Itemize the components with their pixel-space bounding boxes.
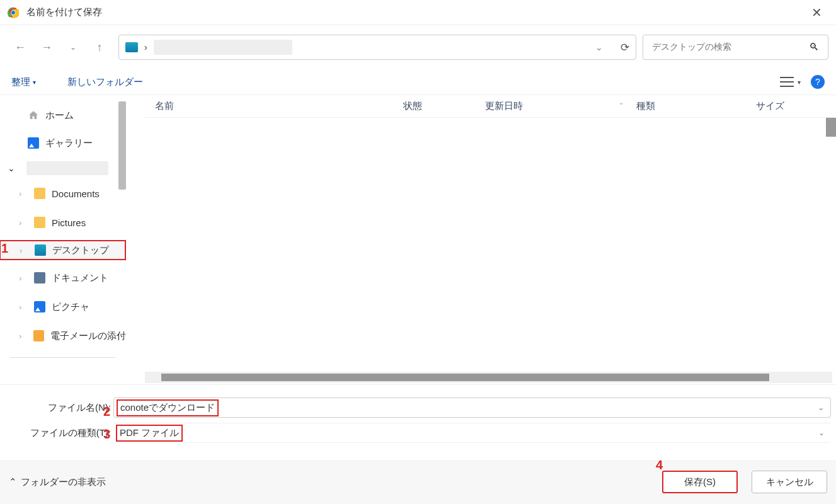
- form-area: ファイル名(N): conoteでダウンロード ⌄ ファイルの種類(T): PD…: [0, 385, 836, 443]
- dropdown-caret-icon[interactable]: ⌄: [818, 428, 825, 437]
- title-bar: 名前を付けて保存 ✕: [0, 0, 836, 25]
- sidebar-gallery[interactable]: ギャラリー: [0, 133, 126, 153]
- sidebar-item-pictures[interactable]: › Pictures: [0, 212, 126, 232]
- sidebar-item-email-attachments[interactable]: › 電子メールの添付: [0, 326, 126, 346]
- list-view-icon: [780, 75, 794, 89]
- organize-label: 整理: [11, 76, 30, 88]
- refresh-icon[interactable]: ⟳: [621, 41, 629, 54]
- header-status[interactable]: 状態: [403, 100, 485, 112]
- save-button[interactable]: 保存(S): [662, 471, 738, 493]
- home-icon: [28, 110, 39, 121]
- column-headers: 名前 状態 更新日時 ⌄ 種類 サイズ: [145, 95, 836, 118]
- sidebar-label: ホーム: [45, 110, 74, 122]
- search-placeholder: デスクトップの検索: [652, 42, 731, 53]
- help-button[interactable]: ?: [811, 75, 825, 89]
- gallery-icon: [28, 137, 39, 149]
- sidebar-item-desktop[interactable]: › デスクトップ: [0, 240, 126, 260]
- sidebar-label: ドキュメント: [52, 272, 108, 284]
- forward-button[interactable]: →: [34, 35, 59, 60]
- file-pane: 名前 状態 更新日時 ⌄ 種類 サイズ: [126, 95, 836, 384]
- chevron-down-icon[interactable]: ⌄: [595, 42, 603, 52]
- sidebar-label: ギャラリー: [45, 137, 93, 149]
- sidebar-item-blurred: [26, 161, 108, 175]
- header-size[interactable]: サイズ: [756, 100, 797, 112]
- sidebar-scrollbar[interactable]: [118, 101, 126, 190]
- folder-icon: [34, 217, 45, 228]
- hide-folders-toggle[interactable]: ⌃ フォルダーの非表示: [9, 476, 106, 488]
- dropdown-caret-icon[interactable]: ⌄: [818, 403, 824, 412]
- caret-down-icon: ▾: [33, 79, 36, 86]
- annotation-marker-4: 4: [656, 458, 663, 472]
- sidebar: ホーム ギャラリー ⌄ › Documents › Pictures › デスク…: [0, 95, 126, 384]
- svg-point-2: [11, 11, 15, 14]
- cancel-button[interactable]: キャンセル: [752, 471, 827, 493]
- document-icon: [34, 272, 45, 284]
- sidebar-label: Pictures: [52, 217, 86, 228]
- filename-row: ファイル名(N): conoteでダウンロード ⌄: [5, 398, 831, 418]
- filename-input[interactable]: conoteでダウンロード ⌄: [113, 398, 831, 418]
- filename-label: ファイル名(N):: [5, 402, 113, 414]
- sidebar-label: デスクトップ: [52, 244, 109, 256]
- filetype-row: ファイルの種類(T): PDF ファイル ⌄: [5, 423, 831, 443]
- filetype-select[interactable]: PDF ファイル ⌄: [113, 423, 831, 443]
- filename-highlight: conoteでダウンロード: [117, 399, 219, 416]
- hide-folders-label: フォルダーの非表示: [21, 476, 106, 488]
- filetype-value: PDF ファイル: [120, 427, 179, 438]
- scrollbar-thumb[interactable]: [161, 374, 769, 381]
- new-folder-label: 新しいフォルダー: [67, 76, 143, 88]
- desktop-location-icon: [125, 42, 138, 52]
- footer: ⌃ フォルダーの非表示 保存(S) キャンセル: [0, 460, 836, 504]
- folder-icon: [34, 188, 45, 199]
- location-path-blurred: [154, 40, 292, 55]
- chevron-right-icon: ›: [20, 246, 28, 255]
- nav-row: ← → ⌄ ↑ › ⌄ ⟳ デスクトップの検索 🔍︎: [0, 25, 836, 69]
- sidebar-label: Documents: [52, 188, 100, 199]
- filename-value: conoteでダウンロード: [120, 402, 215, 413]
- chevron-up-icon: ⌃: [9, 476, 17, 488]
- chevron-right-icon: ›: [19, 218, 28, 227]
- chevron-down-icon: ⌄: [8, 163, 15, 173]
- annotation-marker-2: 2: [103, 404, 110, 419]
- sidebar-item-documents[interactable]: › Documents: [0, 183, 126, 203]
- search-icon: 🔍︎: [809, 42, 819, 53]
- sidebar-label: 電子メールの添付: [50, 330, 126, 342]
- header-type[interactable]: 種類: [636, 100, 756, 112]
- organize-dropdown[interactable]: 整理 ▾: [11, 76, 36, 88]
- sidebar-collapsed-item[interactable]: ⌄: [0, 156, 126, 181]
- desktop-icon: [35, 244, 46, 256]
- chevron-right-icon: ›: [19, 302, 28, 312]
- annotation-marker-1: 1: [1, 241, 8, 256]
- chevron-right-icon: ›: [19, 189, 28, 198]
- sidebar-item-documents-jp[interactable]: › ドキュメント: [0, 268, 126, 288]
- new-folder-button[interactable]: 新しいフォルダー: [67, 76, 143, 88]
- sidebar-home[interactable]: ホーム: [0, 105, 126, 125]
- file-vertical-scrollbar[interactable]: [826, 118, 836, 137]
- search-box[interactable]: デスクトップの検索 🔍︎: [643, 35, 828, 60]
- back-button[interactable]: ←: [8, 35, 33, 60]
- sort-caret-icon: ⌄: [619, 99, 624, 106]
- filetype-highlight: PDF ファイル: [116, 425, 183, 442]
- chevron-right-icon: ›: [19, 331, 27, 341]
- close-button[interactable]: ✕: [805, 3, 828, 23]
- location-bar[interactable]: › ⌄ ⟳: [118, 35, 636, 60]
- folder-icon: [33, 330, 44, 341]
- file-horizontal-scrollbar[interactable]: [145, 372, 832, 383]
- annotation-marker-3: 3: [103, 427, 110, 442]
- toolbar-row: 整理 ▾ 新しいフォルダー ▾ ?: [0, 69, 836, 94]
- caret-down-icon: ▾: [798, 79, 801, 86]
- up-button[interactable]: ↑: [87, 35, 112, 60]
- chevron-right-icon: ›: [19, 273, 28, 283]
- sidebar-label: ピクチャ: [52, 301, 89, 313]
- header-name[interactable]: 名前: [145, 100, 403, 112]
- filetype-label: ファイルの種類(T):: [5, 427, 113, 439]
- header-date[interactable]: 更新日時 ⌄: [485, 100, 636, 112]
- main-content: ホーム ギャラリー ⌄ › Documents › Pictures › デスク…: [0, 94, 836, 385]
- header-label: 更新日時: [485, 100, 523, 111]
- picture-icon: [34, 301, 45, 312]
- sidebar-item-pictures-jp[interactable]: › ピクチャ: [0, 297, 126, 317]
- breadcrumb-sep: ›: [144, 42, 147, 52]
- view-mode-button[interactable]: ▾: [780, 75, 801, 89]
- recent-dropdown[interactable]: ⌄: [60, 35, 86, 60]
- chrome-icon: [8, 7, 19, 18]
- sidebar-divider: [10, 357, 116, 358]
